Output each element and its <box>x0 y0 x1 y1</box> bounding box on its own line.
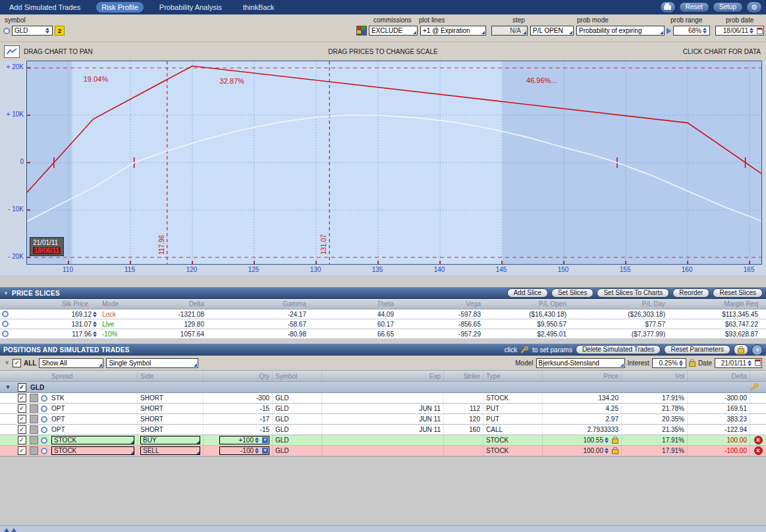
single-symbol-select[interactable]: Single Symbol <box>106 358 198 368</box>
expand-panel-up-icon[interactable] <box>4 528 9 532</box>
prob-mode-select[interactable]: Probability of expiring <box>576 26 665 36</box>
show-all-select[interactable]: Show All <box>39 358 103 368</box>
col-exp[interactable]: Exp <box>322 371 444 381</box>
spinner-down-icon[interactable] <box>605 451 609 454</box>
col-qty[interactable]: Qty <box>204 371 273 381</box>
slice-price-spinner[interactable] <box>93 311 99 317</box>
spinner-down-icon[interactable] <box>255 451 259 454</box>
row-checkbox[interactable]: ✓ <box>18 436 26 444</box>
spread-select[interactable]: STOCK <box>51 436 134 444</box>
tab-probability-analysis[interactable]: Probability Analysis <box>154 2 227 13</box>
set-slices-to-charts-button[interactable]: Set Slices To Charts <box>597 288 669 298</box>
commissions-select[interactable]: EXCLUDE <box>369 26 418 36</box>
calendar-icon[interactable] <box>757 28 763 34</box>
risk-chart-canvas[interactable] <box>27 61 761 264</box>
spinner[interactable] <box>750 28 755 34</box>
reset-button[interactable]: Reset <box>679 2 709 13</box>
calendar-icon[interactable] <box>755 359 761 366</box>
date-spinner[interactable]: 21/01/11 <box>715 358 762 368</box>
slice-price-spinner[interactable] <box>93 321 99 327</box>
symbol-spinner[interactable] <box>45 28 51 34</box>
collapse-icon[interactable]: ▼ <box>3 290 9 296</box>
spinner[interactable] <box>255 437 261 443</box>
spinner-up-icon[interactable] <box>703 28 707 30</box>
pl-mode-select[interactable]: P/L OPEN <box>530 26 574 36</box>
spinner[interactable] <box>748 360 753 366</box>
prob-mode-expand-icon[interactable] <box>667 28 671 34</box>
spinner-down-icon[interactable] <box>703 31 707 34</box>
col-pl-open[interactable]: P/L Open <box>482 300 568 307</box>
row-checkbox[interactable]: ✓ <box>18 404 26 413</box>
slice-mode[interactable]: Lock <box>99 311 135 318</box>
spinner-down-icon[interactable] <box>748 363 752 366</box>
spinner-up-icon[interactable] <box>748 360 752 363</box>
model-select[interactable]: Bjerksund-Stensland <box>536 358 625 368</box>
set-slices-button[interactable]: Set Slices <box>551 288 593 298</box>
qty-spinner[interactable]: +100▼ <box>219 436 269 444</box>
row-gray-box[interactable] <box>30 446 38 455</box>
gear-icon[interactable]: ⚙ <box>746 1 762 13</box>
spinner-up-icon[interactable] <box>93 321 97 324</box>
col-gamma[interactable]: Gamma <box>205 300 308 307</box>
spinner-down-icon[interactable] <box>255 440 259 443</box>
remove-trade-icon[interactable]: × <box>754 436 763 444</box>
spinner-down-icon[interactable] <box>93 334 97 337</box>
interest-spinner[interactable]: 0.25% <box>652 358 686 368</box>
spinner-up-icon[interactable] <box>605 437 609 440</box>
price-spinner[interactable]: 100.55 <box>583 437 618 444</box>
spinner-down-icon[interactable] <box>605 440 609 443</box>
spinner-up-icon[interactable] <box>45 28 49 30</box>
col-margin-req[interactable]: Margin Req <box>667 300 762 307</box>
col-pl-day[interactable]: P/L Day <box>568 300 667 307</box>
spinner-down-icon[interactable] <box>93 315 97 317</box>
spinner-down-icon[interactable] <box>750 31 753 34</box>
row-gray-box[interactable] <box>30 425 38 434</box>
col-stk-price[interactable]: Stk Price <box>11 300 99 307</box>
add-slice-button[interactable]: Add Slice <box>507 288 548 298</box>
spinner[interactable] <box>605 437 611 443</box>
tab-thinkback[interactable]: thinkBack <box>238 2 280 13</box>
col-delta[interactable]: Delta <box>688 371 750 381</box>
remove-trade-icon[interactable]: × <box>754 446 763 455</box>
price-lock-icon[interactable] <box>612 439 618 444</box>
col-mode[interactable]: Mode <box>99 300 135 307</box>
qty-dropdown-icon[interactable]: ▼ <box>262 448 268 454</box>
wrench-icon[interactable] <box>750 383 759 391</box>
row-checkbox[interactable]: ✓ <box>18 446 26 455</box>
row-gray-box[interactable] <box>30 394 38 402</box>
step-select[interactable]: N/A <box>491 26 528 36</box>
col-vega[interactable]: Vega <box>395 300 482 307</box>
delete-simulated-trades-button[interactable]: Delete Simulated Trades <box>576 345 661 354</box>
row-gray-box[interactable] <box>30 436 38 444</box>
col-price[interactable]: Price <box>543 371 622 381</box>
col-theta[interactable]: Theta <box>308 300 395 307</box>
row-gray-box[interactable] <box>30 415 38 423</box>
setup-button[interactable]: Setup <box>713 2 743 13</box>
interest-lock-icon[interactable] <box>689 361 696 367</box>
spinner-up-icon[interactable] <box>255 437 259 440</box>
expand-panel-up-icon[interactable] <box>11 528 16 532</box>
spinner-up-icon[interactable] <box>255 448 259 450</box>
expand-triangle-icon[interactable]: ▼ <box>4 359 10 366</box>
reorder-button[interactable]: Reorder <box>672 288 709 298</box>
prob-range-spinner[interactable]: 68% <box>673 26 710 36</box>
slice-price-spinner[interactable] <box>93 331 99 337</box>
col-side[interactable]: Side <box>138 371 204 381</box>
row-gray-box[interactable] <box>30 404 38 413</box>
risk-chart[interactable]: 19.04% 32.87% 46.96%... 117.96 131.07 21… <box>26 61 762 265</box>
col-delta[interactable]: Delta <box>135 300 205 307</box>
spinner-up-icon[interactable] <box>605 448 609 450</box>
commissions-icon[interactable] <box>356 26 367 36</box>
tab-risk-profile[interactable]: Risk Profile <box>96 2 144 13</box>
row-checkbox[interactable]: ✓ <box>18 425 26 434</box>
price-lock-icon[interactable] <box>612 449 618 454</box>
col-vol[interactable]: Vol <box>622 371 688 381</box>
col-symbol[interactable]: Symbol <box>273 371 322 381</box>
spinner-up-icon[interactable] <box>93 331 97 334</box>
spinner-down-icon[interactable] <box>679 363 683 366</box>
collapse-section-icon[interactable]: » <box>752 344 763 356</box>
plot-lines-select[interactable]: +1 @ Expiration <box>420 26 486 36</box>
price-spinner[interactable]: 100.00 <box>583 447 618 454</box>
spinner-up-icon[interactable] <box>750 28 753 30</box>
side-select[interactable]: SELL <box>140 446 200 455</box>
